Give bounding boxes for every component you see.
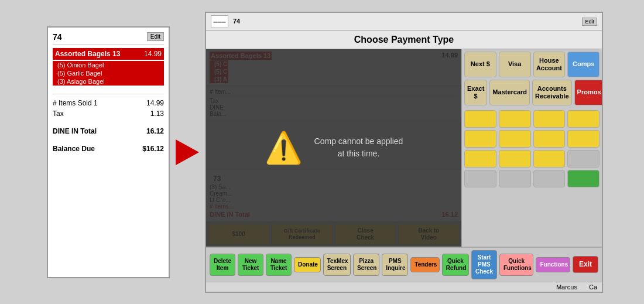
receipt-balance-value: $16.12 (142, 145, 164, 153)
pos-ticket-number: 74 (233, 18, 240, 26)
accounts-receivable-button[interactable]: AccountsReceivable (532, 80, 571, 105)
side-yellow-2[interactable] (499, 110, 531, 128)
texmex-screen-button[interactable]: TexMexScreen (323, 254, 351, 276)
side-yellow-11[interactable] (533, 150, 566, 168)
payment-buttons-panel: Next $ Visa HouseAccount Comps Exact $ M… (461, 49, 602, 247)
receipt-sub-item-2: (5) Garlic Bagel (53, 69, 164, 77)
donate-button[interactable]: Donate (294, 257, 321, 272)
receipt-balance-label: Balance Due (53, 145, 95, 153)
ticket-area: Assorted Bagels 13 14.99 (5) C (5) C (3)… (206, 49, 461, 247)
new-ticket-button[interactable]: NewTicket (238, 254, 263, 276)
visa-button[interactable]: Visa (499, 52, 531, 77)
quick-functions-button[interactable]: QuickFunctions (499, 254, 534, 276)
side-yellow-9[interactable] (464, 150, 496, 168)
exit-button[interactable]: Exit (573, 256, 598, 272)
side-gray-1[interactable] (567, 150, 600, 168)
receipt-balance-row: Balance Due $16.12 (53, 144, 164, 154)
dialog-overlay: ⚠️ Comp cannot be applied at this time. (206, 49, 461, 247)
payment-title: Choose Payment Type (206, 31, 602, 49)
pos-top-bar: ▬▬▬ 74 Edit (206, 13, 602, 31)
side-gray-2[interactable] (464, 170, 496, 187)
side-yellow-1[interactable] (464, 110, 496, 128)
right-arrow-icon (176, 139, 199, 165)
receipt-tax-label: Tax (53, 110, 64, 118)
mastercard-button[interactable]: Mastercard (489, 80, 530, 105)
receipt-item-name: Assorted Bagels 13 (55, 50, 120, 58)
side-yellow-4[interactable] (567, 110, 600, 128)
side-yellow-6[interactable] (499, 130, 531, 148)
side-yellow-3[interactable] (533, 110, 566, 128)
receipt-edit-button[interactable]: Edit (147, 32, 164, 41)
pos-receipt-thumbnail: ▬▬▬ (211, 15, 228, 28)
dialog-content: ⚠️ Comp cannot be applied at this time. (253, 121, 415, 175)
side-green-1[interactable] (567, 170, 600, 187)
arrow-container (170, 139, 205, 165)
pms-inquire-button[interactable]: PMSInquire (382, 254, 408, 276)
receipt-tax-row: Tax 1.13 (53, 108, 164, 119)
receipt-highlighted-item: Assorted Bagels 13 14.99 (53, 48, 164, 60)
next-dollar-button[interactable]: Next $ (464, 52, 496, 77)
promos-button[interactable]: Promos (574, 80, 602, 105)
receipt-dine-row: DINE IN Total 16.12 (53, 126, 164, 136)
receipt-item-price: 14.99 (144, 50, 162, 58)
pos-bottom-buttons: DeleteItem NewTicket NameTicket Donate T… (206, 247, 602, 282)
tenders-button[interactable]: Tenders (410, 257, 440, 272)
receipt-header: 74 Edit (53, 32, 164, 45)
exact-dollar-button[interactable]: Exact $ (464, 80, 487, 105)
receipt-dine-value: 16.12 (146, 127, 164, 135)
receipt-dine-label: DINE IN Total (53, 127, 97, 135)
pos-panel: ▬▬▬ 74 Edit Choose Payment Type Assorted… (205, 12, 603, 293)
payment-row-2: Exact $ Mastercard AccountsReceivable Pr… (464, 80, 600, 105)
pos-main-area: Assorted Bagels 13 14.99 (5) C (5) C (3)… (206, 49, 602, 247)
receipt-ticket-number: 74 (53, 32, 62, 42)
pizza-screen-button[interactable]: PizzaScreen (353, 254, 379, 276)
delete-item-button[interactable]: DeleteItem (210, 254, 235, 276)
start-pms-check-button[interactable]: StartPMSCheck (471, 250, 497, 279)
quick-refund-button[interactable]: QuickRefund (442, 254, 469, 276)
receipt-items-sold-value: 14.99 (146, 99, 164, 107)
pos-status-bar: Marcus Ca (206, 282, 602, 292)
side-yellow-10[interactable] (499, 150, 531, 168)
receipt-sub-item-1: (5) Oinion Bagel (53, 61, 164, 69)
side-yellow-8[interactable] (567, 130, 600, 148)
status-code: Ca (589, 283, 597, 291)
side-yellow-7[interactable] (533, 130, 566, 148)
left-receipt-panel: 74 Edit Assorted Bagels 13 14.99 (5) Oin… (47, 26, 170, 278)
house-account-button[interactable]: HouseAccount (533, 52, 566, 77)
receipt-sub-item-3: (3) Asiago Bagel (53, 77, 164, 86)
receipt-tax-value: 1.13 (150, 110, 164, 118)
receipt-items-sold-row: # Items Sold 1 14.99 (53, 98, 164, 108)
functions-button[interactable]: Functions (536, 257, 570, 272)
name-ticket-button[interactable]: NameTicket (266, 254, 292, 276)
status-user: Marcus (556, 283, 577, 291)
pos-edit-button[interactable]: Edit (582, 18, 597, 26)
payment-row-1: Next $ Visa HouseAccount Comps (464, 52, 600, 77)
warning-icon: ⚠️ (265, 132, 303, 163)
side-yellow-5[interactable] (464, 130, 496, 148)
receipt-items-sold-label: # Items Sold 1 (53, 99, 98, 107)
dialog-message: Comp cannot be applied at this time. (314, 135, 403, 160)
side-gray-4[interactable] (533, 170, 566, 187)
comps-button[interactable]: Comps (567, 52, 600, 77)
side-gray-3[interactable] (499, 170, 531, 187)
